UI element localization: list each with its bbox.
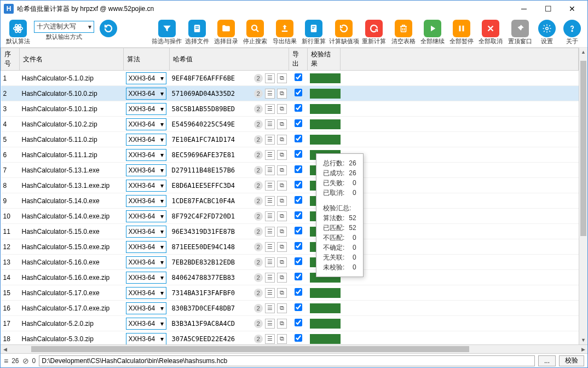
copy-button[interactable]: ⧉ bbox=[277, 73, 287, 83]
algo-select[interactable]: XXH3-64▾ bbox=[126, 72, 166, 84]
algo-select[interactable]: XXH3-64▾ bbox=[126, 149, 166, 161]
new-recalc-button[interactable]: 新行重算 bbox=[299, 19, 327, 47]
algo-select[interactable]: XXH3-64▾ bbox=[126, 180, 166, 192]
export-checkbox[interactable] bbox=[295, 334, 302, 342]
export-checkbox[interactable] bbox=[295, 288, 302, 296]
detail-button[interactable]: ☰ bbox=[265, 104, 275, 114]
col-result[interactable]: 校验结果 bbox=[308, 48, 341, 71]
algo-select[interactable]: XXH3-64▾ bbox=[126, 226, 166, 238]
detail-button[interactable]: ☰ bbox=[265, 89, 275, 99]
detail-button[interactable]: ☰ bbox=[265, 165, 275, 175]
algo-select[interactable]: XXH3-64▾ bbox=[126, 103, 166, 115]
copy-button[interactable]: ⧉ bbox=[277, 135, 287, 145]
horizontal-scrollbar[interactable]: ◀▶ bbox=[1, 344, 587, 353]
export-checkbox[interactable] bbox=[295, 242, 302, 250]
table-row[interactable]: 10 HashCalculator-5.14.0.exe.zip XXH3-64… bbox=[1, 209, 579, 224]
table-row[interactable]: 9 HashCalculator-5.14.0.exe XXH3-64▾ 1CD… bbox=[1, 193, 579, 209]
stop-search-button[interactable]: 停止搜索 bbox=[241, 19, 269, 47]
copy-button[interactable]: ⧉ bbox=[277, 196, 287, 206]
browse-button[interactable]: ... bbox=[538, 355, 556, 366]
table-row[interactable]: 16 HashCalculator-5.17.0.exe.zip XXH3-64… bbox=[1, 301, 579, 316]
select-dir-button[interactable]: 选择目录 bbox=[212, 19, 240, 47]
vertical-scrollbar[interactable]: ▲ ▼ bbox=[579, 48, 587, 344]
col-index[interactable]: 序号 bbox=[1, 48, 20, 71]
verify-button[interactable]: 校验 bbox=[559, 355, 584, 366]
table-row[interactable]: 2 HashCalculator-5.10.0.zip XXH3-64▾ 571… bbox=[1, 86, 579, 101]
table-row[interactable]: 5 HashCalculator-5.11.0.zip XXH3-64▾ 7E1… bbox=[1, 132, 579, 147]
col-algo[interactable]: 算法 bbox=[124, 48, 170, 71]
detail-button[interactable]: ☰ bbox=[265, 303, 275, 313]
algo-select[interactable]: XXH3-64▾ bbox=[126, 88, 166, 100]
table-row[interactable]: 7 HashCalculator-5.13.1.exe XXH3-64▾ D27… bbox=[1, 163, 579, 178]
copy-button[interactable]: ⧉ bbox=[277, 165, 287, 175]
copy-button[interactable]: ⧉ bbox=[277, 303, 287, 313]
detail-button[interactable]: ☰ bbox=[265, 73, 275, 83]
copy-button[interactable]: ⧉ bbox=[277, 334, 287, 344]
pin-button[interactable]: 置顶窗口 bbox=[506, 19, 534, 47]
algo-select[interactable]: XXH3-64▾ bbox=[126, 302, 166, 314]
detail-button[interactable]: ☰ bbox=[265, 135, 275, 145]
table-row[interactable]: 15 HashCalculator-5.17.0.exe XXH3-64▾ 73… bbox=[1, 285, 579, 301]
table-row[interactable]: 11 HashCalculator-5.15.0.exe XXH3-64▾ 96… bbox=[1, 224, 579, 239]
filter-button[interactable]: 筛选与操作 bbox=[152, 19, 182, 47]
col-filename[interactable]: 文件名 bbox=[20, 48, 124, 71]
export-checkbox[interactable] bbox=[295, 165, 302, 173]
link-icon[interactable]: ⊘ bbox=[22, 357, 29, 365]
verify-path-input[interactable] bbox=[39, 355, 535, 366]
copy-button[interactable]: ⧉ bbox=[277, 150, 287, 160]
scroll-up-icon[interactable]: ▲ bbox=[579, 48, 587, 56]
copy-button[interactable]: ⧉ bbox=[277, 227, 287, 237]
algo-select[interactable]: XXH3-64▾ bbox=[126, 118, 166, 130]
algo-select[interactable]: XXH3-64▾ bbox=[126, 272, 166, 284]
detail-button[interactable]: ☰ bbox=[265, 288, 275, 298]
scroll-thumb[interactable] bbox=[580, 61, 586, 236]
copy-button[interactable]: ⧉ bbox=[277, 119, 287, 129]
about-button[interactable]: 关于 bbox=[560, 19, 584, 47]
col-export[interactable]: 导出 bbox=[289, 48, 308, 71]
export-checkbox[interactable] bbox=[295, 257, 302, 265]
algo-select[interactable]: XXH3-64▾ bbox=[126, 241, 166, 253]
algo-select[interactable]: XXH3-64▾ bbox=[126, 287, 166, 299]
copy-button[interactable]: ⧉ bbox=[277, 211, 287, 221]
export-checkbox[interactable] bbox=[295, 104, 302, 112]
export-checkbox[interactable] bbox=[295, 181, 302, 188]
export-checkbox[interactable] bbox=[295, 150, 302, 158]
export-button[interactable]: 导出结果 bbox=[270, 19, 298, 47]
copy-button[interactable]: ⧉ bbox=[277, 104, 287, 114]
maximize-button[interactable]: ☐ bbox=[536, 1, 560, 17]
output-mode-select[interactable]: 十六进制大写 ▾ bbox=[34, 21, 94, 33]
export-checkbox[interactable] bbox=[295, 211, 302, 219]
table-row[interactable]: 1 HashCalculator-5.1.0.zip XXH3-64▾ 9EF4… bbox=[1, 71, 579, 86]
default-algo-button[interactable]: 默认算法 bbox=[4, 19, 32, 47]
clear-button[interactable]: 清空表格 bbox=[389, 19, 417, 47]
export-checkbox[interactable] bbox=[295, 89, 302, 96]
algo-select[interactable]: XXH3-64▾ bbox=[126, 195, 166, 207]
close-button[interactable]: ✕ bbox=[560, 1, 584, 17]
algo-select[interactable]: XXH3-64▾ bbox=[126, 333, 166, 345]
copy-button[interactable]: ⧉ bbox=[277, 181, 287, 191]
table-row[interactable]: 8 HashCalculator-5.13.1.exe.zip XXH3-64▾… bbox=[1, 178, 579, 193]
table-row[interactable]: 14 HashCalculator-5.16.0.exe.zip XXH3-64… bbox=[1, 270, 579, 285]
algo-select[interactable]: XXH3-64▾ bbox=[126, 318, 166, 330]
detail-button[interactable]: ☰ bbox=[265, 150, 275, 160]
export-checkbox[interactable] bbox=[295, 273, 302, 280]
menu-icon[interactable]: ≡ bbox=[4, 357, 8, 365]
detail-button[interactable]: ☰ bbox=[265, 334, 275, 344]
table-row[interactable]: 4 HashCalculator-5.10.2.zip XXH3-64▾ E54… bbox=[1, 117, 579, 132]
col-hash[interactable]: 哈希值 bbox=[170, 48, 289, 71]
table-row[interactable]: 13 HashCalculator-5.16.0.exe XXH3-64▾ 7E… bbox=[1, 255, 579, 270]
all-pause-button[interactable]: 全部暂停 bbox=[447, 19, 475, 47]
detail-button[interactable]: ☰ bbox=[265, 319, 275, 329]
all-cancel-button[interactable]: 全部取消 bbox=[477, 19, 505, 47]
settings-button[interactable]: 设置 bbox=[535, 19, 559, 47]
copy-button[interactable]: ⧉ bbox=[277, 242, 287, 252]
detail-button[interactable]: ☰ bbox=[265, 242, 275, 252]
table-row[interactable]: 12 HashCalculator-5.15.0.exe.zip XXH3-64… bbox=[1, 239, 579, 255]
export-checkbox[interactable] bbox=[295, 196, 302, 204]
detail-button[interactable]: ☰ bbox=[265, 196, 275, 206]
detail-button[interactable]: ☰ bbox=[265, 119, 275, 129]
table-row[interactable]: 6 HashCalculator-5.11.1.zip XXH3-64▾ 8EC… bbox=[1, 147, 579, 163]
copy-button[interactable]: ⧉ bbox=[277, 273, 287, 283]
algo-select[interactable]: XXH3-64▾ bbox=[126, 134, 166, 146]
algo-select[interactable]: XXH3-64▾ bbox=[126, 164, 166, 176]
